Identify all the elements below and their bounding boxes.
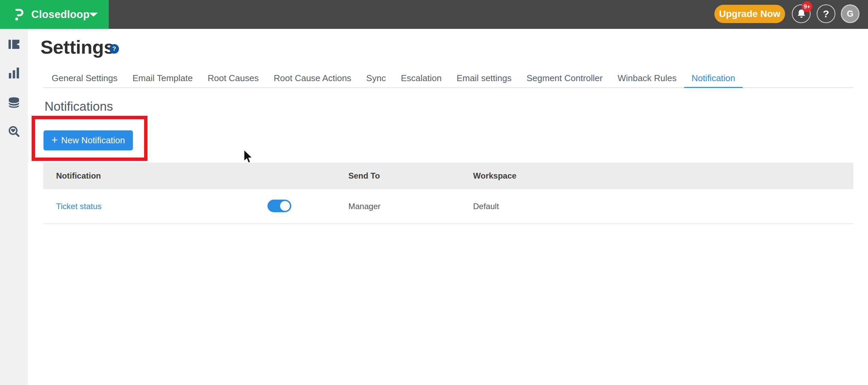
section-heading: Notifications (45, 99, 113, 114)
tab-root-cause-actions[interactable]: Root Cause Actions (266, 70, 359, 88)
avatar-initial: G (847, 9, 853, 19)
column-header-send-to: Send To (348, 171, 380, 181)
column-header-notification: Notification (56, 171, 101, 181)
table-header-row: Notification Send To Workspace (43, 163, 853, 189)
ticket-icon (8, 40, 19, 49)
workspace-value: Default (473, 202, 499, 211)
sidebar-item-tickets[interactable] (8, 38, 20, 50)
notification-enabled-toggle[interactable] (267, 200, 291, 212)
upgrade-now-button[interactable]: Upgrade Now (714, 5, 785, 23)
tab-notification[interactable]: Notification (684, 70, 743, 88)
question-mark-icon: ? (823, 8, 829, 20)
settings-tab-strip: General Settings Email Template Root Cau… (44, 70, 743, 88)
user-avatar[interactable]: G (841, 4, 860, 23)
tab-root-causes[interactable]: Root Causes (200, 70, 266, 88)
brand-name: Closedloop (31, 0, 90, 29)
app-window: Closedloop Upgrade Now 9+ ? G (0, 0, 868, 385)
notifications-table: Notification Send To Workspace Ticket st… (43, 163, 853, 224)
sidebar-item-health-search[interactable] (8, 125, 20, 138)
sidebar-nav (0, 29, 28, 385)
brand-logo-icon (15, 8, 24, 21)
help-button[interactable]: ? (817, 4, 835, 23)
bar-chart-icon (9, 68, 19, 78)
send-to-value: Manager (348, 202, 381, 211)
top-bar: Closedloop Upgrade Now 9+ ? G (0, 0, 868, 29)
search-health-icon (8, 126, 19, 137)
sidebar-item-data[interactable] (8, 96, 20, 109)
mouse-cursor (243, 149, 254, 164)
database-icon (8, 97, 19, 108)
new-notification-label: New Notification (61, 135, 125, 146)
tab-email-settings[interactable]: Email settings (449, 70, 519, 88)
toggle-knob (280, 201, 290, 211)
brand-menu[interactable]: Closedloop (0, 0, 109, 29)
notification-name-link[interactable]: Ticket status (56, 202, 102, 211)
table-row: Ticket status Manager Default (43, 189, 853, 224)
sidebar-item-analytics[interactable] (8, 67, 20, 79)
plus-icon: + (51, 134, 58, 146)
tab-general-settings[interactable]: General Settings (44, 70, 125, 88)
question-mark-icon: ? (112, 45, 116, 53)
notification-count-badge: 9+ (802, 1, 812, 12)
new-notification-button[interactable]: + New Notification (44, 130, 133, 150)
column-header-workspace: Workspace (473, 171, 517, 181)
tab-segment-controller[interactable]: Segment Controller (519, 70, 610, 88)
tab-winback-rules[interactable]: Winback Rules (610, 70, 684, 88)
page-title: Settings (40, 36, 114, 58)
tab-sync[interactable]: Sync (359, 70, 394, 88)
chevron-down-icon (89, 13, 98, 17)
page-title-help-button[interactable]: ? (109, 44, 119, 54)
tab-escalation[interactable]: Escalation (393, 70, 449, 88)
tab-email-template[interactable]: Email Template (125, 70, 200, 88)
